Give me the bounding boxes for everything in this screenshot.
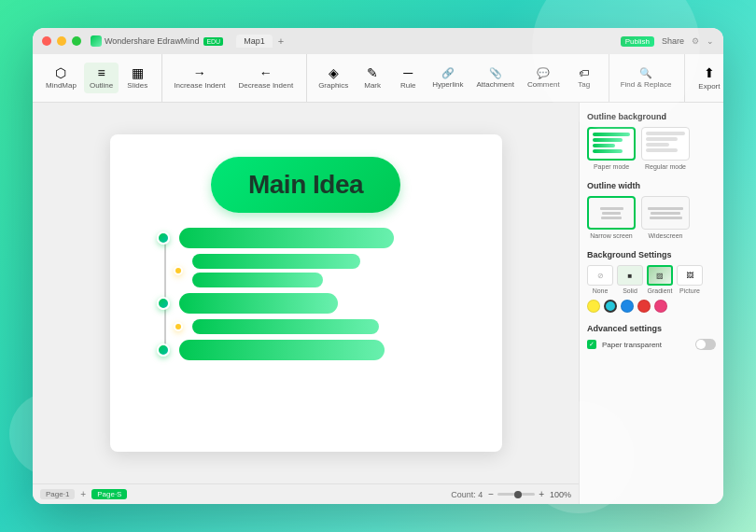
advanced-settings-title: Advanced settings (587, 324, 716, 333)
outline-row-2[interactable] (174, 254, 491, 287)
narrow-screen-option[interactable]: Narrow screen (587, 196, 636, 239)
paper-transparent-checkbox[interactable]: ✓ (587, 340, 596, 349)
outline-row-1[interactable] (157, 228, 474, 248)
zoom-out-button[interactable]: − (488, 489, 494, 499)
decrease-indent-tool[interactable]: ← Decrease Indent (232, 63, 299, 93)
rule-icon: ─ (403, 66, 413, 79)
color-swatch-red[interactable] (637, 300, 651, 313)
outline-dot-4 (174, 322, 183, 331)
find-icon: 🔍 (639, 68, 652, 78)
thumb-line-r4 (646, 148, 678, 152)
mark-label: Mark (364, 81, 381, 90)
paper-mode-label: Paper mode (594, 163, 629, 170)
right-panel: Outline background Paper mode (579, 103, 723, 504)
hyperlink-tool[interactable]: 🔗 Hyperlink (427, 64, 469, 92)
zoom-thumb (514, 491, 522, 498)
share-button[interactable]: Share (662, 36, 684, 46)
publish-button[interactable]: Publish (621, 36, 654, 47)
maximize-button[interactable] (72, 36, 81, 46)
export-button[interactable]: ⬆ Export (691, 62, 723, 94)
title-bar-right: Publish Share ⚙ ⌄ (621, 36, 714, 47)
rule-tool[interactable]: ─ Rule (391, 63, 425, 93)
outline-width-section: Outline width Narrow screen (587, 181, 716, 239)
wide-bar-3 (650, 217, 682, 219)
outline-tool[interactable]: ≡ Outline (84, 63, 119, 93)
tag-tool[interactable]: 🏷 Tag (567, 64, 601, 92)
app-window: Wondershare EdrawMind EDU Map1 + Publish… (33, 28, 723, 504)
outline-label: Outline (90, 81, 113, 90)
decrease-indent-icon: ← (259, 66, 273, 79)
outline-row-4[interactable] (174, 319, 491, 334)
increase-indent-icon: → (193, 66, 206, 79)
hyperlink-icon: 🔗 (441, 68, 455, 78)
regular-mode-thumb (641, 127, 690, 161)
toolbar-right: ⬆ Export (691, 62, 723, 94)
attachment-icon: 📎 (489, 68, 502, 78)
thumb-line-4 (593, 149, 623, 153)
outline-row-5[interactable] (157, 340, 474, 360)
color-swatch-pink[interactable] (654, 300, 667, 313)
toggle-switch[interactable] (695, 339, 716, 350)
outline-row-3[interactable] (157, 293, 474, 314)
app-name-label: Wondershare EdrawMind (105, 36, 199, 46)
color-swatch-teal[interactable] (604, 300, 617, 313)
add-page-button[interactable]: + (80, 489, 86, 499)
status-bar: Page·1 + Page·S Count: 4 − + 100% (33, 483, 579, 504)
bg-none-label: None (593, 287, 609, 294)
paper-canvas: Main Idea (110, 134, 502, 452)
find-replace-tool[interactable]: 🔍 Find & Replace (615, 64, 678, 92)
title-bar-tabs: Map1 + (236, 35, 615, 48)
close-button[interactable] (42, 36, 51, 46)
canvas-paper[interactable]: Main Idea (33, 103, 579, 483)
sub-bar-1a (192, 254, 360, 269)
color-swatch-blue[interactable] (621, 300, 634, 313)
export-label: Export (698, 82, 720, 91)
regular-mode-option[interactable]: Regular mode (641, 127, 690, 170)
paper-mode-option[interactable]: Paper mode (587, 127, 636, 170)
tab-map1[interactable]: Map1 (236, 35, 273, 48)
bg-type-options: ⊘ None ■ Solid ▨ Gradient 🖼 Picture (587, 265, 716, 294)
bg-solid-option[interactable]: ■ Solid (617, 265, 643, 294)
slides-label: Slides (127, 81, 147, 90)
settings-icon[interactable]: ⚙ (692, 36, 699, 46)
narrow-bar-1 (600, 207, 623, 210)
bg-none-icon: ⊘ (587, 265, 613, 286)
increase-indent-tool[interactable]: → Increase Indent (168, 63, 231, 93)
zoom-slider[interactable] (497, 493, 535, 496)
mindmap-label: MindMap (46, 81, 77, 90)
mindmap-tool[interactable]: ⬡ MindMap (40, 63, 82, 93)
tag-label: Tag (578, 80, 590, 89)
background-settings-section: Background Settings ⊘ None ■ Solid ▨ Gra… (587, 250, 716, 313)
bg-gradient-option[interactable]: ▨ Gradient (647, 265, 673, 294)
page-tab-1[interactable]: Page·1 (40, 489, 75, 499)
outline-background-title: Outline background (587, 112, 716, 121)
comment-tool[interactable]: 💬 Comment (522, 64, 566, 92)
outline-dot-3 (157, 297, 170, 310)
slides-tool[interactable]: ▦ Slides (120, 63, 154, 93)
new-tab-button[interactable]: + (274, 35, 287, 47)
slides-icon: ▦ (132, 66, 144, 79)
bg-solid-icon: ■ (617, 265, 643, 286)
attachment-tool[interactable]: 📎 Attachment (470, 64, 519, 92)
color-swatch-yellow[interactable] (587, 300, 600, 313)
widescreen-option[interactable]: Widescreen (641, 196, 690, 239)
main-idea-bubble[interactable]: Main Idea (211, 157, 400, 213)
mark-tool[interactable]: ✎ Mark (356, 63, 389, 93)
minimize-button[interactable] (57, 36, 66, 46)
view-mode-group: ⬡ MindMap ≡ Outline ▦ Slides (40, 54, 162, 102)
paper-transparent-label: Paper transparent (602, 341, 662, 349)
bg-picture-option[interactable]: 🖼 Picture (677, 265, 703, 294)
more-icon[interactable]: ⌄ (707, 36, 714, 46)
canvas-area: Main Idea (33, 103, 579, 504)
bg-none-option[interactable]: ⊘ None (587, 265, 613, 294)
outline-bar-1 (179, 228, 394, 248)
thumb-line-r2 (646, 137, 678, 141)
zoom-level: 100% (550, 490, 571, 499)
sub-bar-1b (192, 273, 323, 287)
page-tab-s[interactable]: Page·S (91, 489, 127, 499)
narrow-screen-thumb (587, 196, 636, 230)
indent-group: → Increase Indent ← Decrease Indent (168, 54, 307, 102)
app-badge: EDU (203, 37, 223, 46)
zoom-in-button[interactable]: + (539, 489, 544, 499)
graphics-tool[interactable]: ◈ Graphics (313, 63, 354, 93)
